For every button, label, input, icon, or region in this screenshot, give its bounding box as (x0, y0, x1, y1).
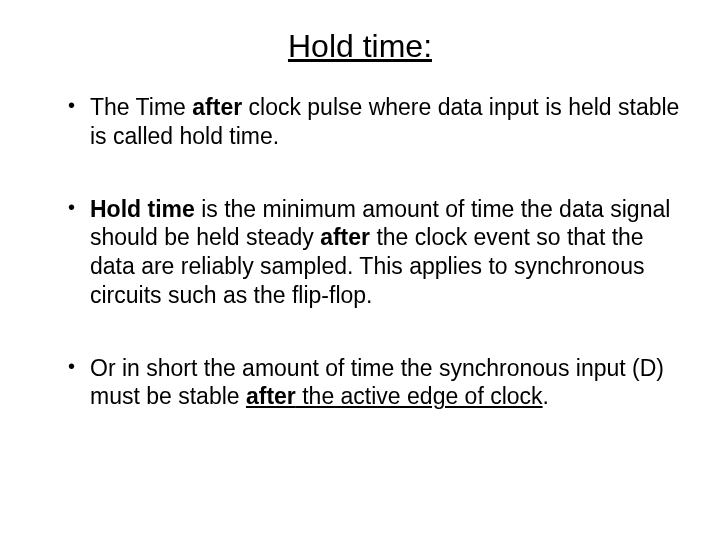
text-run: The Time (90, 94, 192, 120)
text-run-bold: after (192, 94, 242, 120)
bullet-list: The Time after clock pulse where data in… (40, 93, 680, 411)
text-run-bold-underline: after (246, 383, 296, 409)
text-run-bold: after (320, 224, 370, 250)
text-run: . (543, 383, 549, 409)
bullet-item: Or in short the amount of time the synch… (68, 354, 680, 412)
bullet-item: The Time after clock pulse where data in… (68, 93, 680, 151)
text-run-bold: Hold time (90, 196, 195, 222)
text-run-underline: the active edge of clock (296, 383, 543, 409)
bullet-item: Hold time is the minimum amount of time … (68, 195, 680, 310)
slide-title: Hold time: (40, 28, 680, 65)
